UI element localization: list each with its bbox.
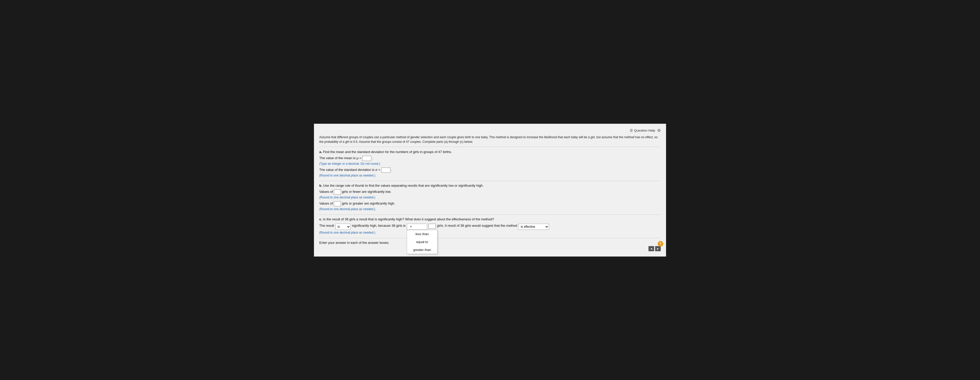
intro-paragraph: Assume that different groups of couples … — [319, 135, 661, 147]
comparison-dropdown-menu: less than equal to greater than — [407, 230, 438, 254]
help-circle-button[interactable]: ? — [658, 241, 663, 247]
comparison-value-input[interactable] — [428, 224, 436, 229]
result-text-3: girls. A result of 38 girls would sugges… — [437, 224, 517, 228]
low-value-input[interactable] — [334, 190, 341, 195]
std-period: . — [391, 168, 392, 172]
result-dropdown-1[interactable]: is is not — [335, 224, 351, 230]
low-text-before: Values of — [319, 190, 333, 193]
question-help-button[interactable]: ☰ Question Help — [630, 128, 655, 132]
part-c-title: Is the result of 38 girls a result that … — [323, 217, 494, 221]
dropdown-item-greater-than[interactable]: greater than — [407, 246, 437, 254]
low-hint: (Round to one decimal place as needed.) — [319, 196, 661, 199]
mean-input[interactable] — [362, 156, 371, 161]
dropdown-item-equal-to[interactable]: equal to — [407, 238, 437, 246]
std-label: The value of the standard deviation is σ… — [319, 168, 380, 172]
std-hint: (Round to one decimal place as needed.) — [319, 174, 661, 177]
part-b-section: b. Use the range rule of thumb to find t… — [319, 184, 661, 211]
effectiveness-dropdown[interactable]: is effective is not effective — [518, 224, 549, 230]
high-text-before: Values of — [319, 201, 333, 205]
dropdown-item-less-than[interactable]: less than — [407, 230, 437, 238]
result-text-2: significantly high, because 38 girls is — [352, 224, 406, 228]
std-input[interactable] — [381, 168, 390, 173]
comparison-dropdown-trigger[interactable]: ▼ — [407, 224, 427, 230]
part-a-label: a. — [319, 150, 322, 154]
prev-button[interactable]: ◄ — [649, 246, 654, 251]
question-help-label: Question Help — [634, 128, 655, 132]
part-c-label: c. — [319, 217, 322, 221]
part-a-title: Find the mean and the standard deviation… — [323, 150, 452, 154]
mean-label: The value of the mean is μ = — [319, 156, 361, 160]
part-c-section: c. Is the result of 38 girls a result th… — [319, 217, 661, 234]
mean-period: . — [372, 156, 373, 160]
chevron-down-icon: ▼ — [410, 225, 412, 228]
high-text-after: girls or greater are significantly high. — [342, 201, 395, 205]
low-text-after: girls or fewer are significantly low. — [342, 190, 391, 193]
mean-hint: (Type an integer or a decimal. Do not ro… — [319, 162, 661, 166]
gear-icon[interactable]: ⚙ — [657, 128, 661, 133]
footer-note: Enter your answer in each of the answer … — [319, 238, 661, 245]
high-value-input[interactable] — [334, 201, 341, 206]
part-a-section: a. Find the mean and the standard deviat… — [319, 150, 661, 177]
high-hint: (Round to one decimal place as needed.) — [319, 207, 661, 211]
next-button[interactable]: ► — [655, 246, 661, 251]
round-hint: (Round to one decimal place as needed.) — [319, 231, 661, 234]
result-text-1: The result — [319, 224, 334, 228]
list-icon: ☰ — [630, 128, 633, 132]
part-b-title: Use the range rule of thumb to find the … — [323, 184, 484, 187]
part-b-label: b. — [319, 184, 322, 187]
comparison-dropdown-container: ▼ less than equal to greater than — [407, 224, 427, 230]
